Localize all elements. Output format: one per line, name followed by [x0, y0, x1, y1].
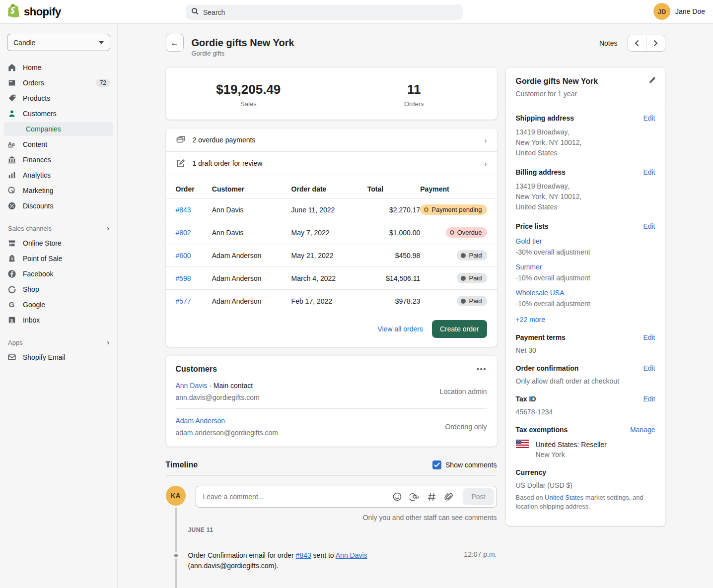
united-states-market-link[interactable]: United States [545, 494, 583, 501]
status-badge: Payment pending [420, 204, 487, 215]
status-badge: Paid [457, 296, 487, 306]
order-link[interactable]: #843 [176, 206, 191, 214]
orders-icon [7, 78, 17, 88]
sidebar-item-home[interactable]: Home [0, 60, 117, 75]
back-button[interactable]: ← [166, 34, 184, 52]
customers-icon [7, 109, 17, 119]
sidebar-item-shop[interactable]: Shop [0, 282, 117, 297]
shop-icon [7, 284, 17, 294]
post-comment-button[interactable]: Post [463, 488, 494, 505]
customer-email: adam.anderson@gordiegifts.com [176, 429, 278, 437]
sidebar-item-inbox[interactable]: S Inbox [0, 313, 117, 327]
sidebar-item-facebook[interactable]: Facebook [0, 266, 117, 281]
sidebar-item-analytics[interactable]: Analytics [0, 168, 117, 183]
notes-button[interactable]: Notes [597, 36, 620, 50]
more-price-lists-link[interactable]: +22 more [516, 316, 546, 324]
sidebar-item-google[interactable]: G Google [0, 297, 117, 312]
view-all-orders-link[interactable]: View all orders [377, 325, 423, 333]
customer-duration: Customer for 1 year [516, 90, 655, 98]
comment-composer: Post [196, 486, 497, 508]
sidebar-item-point-of-sale[interactable]: S Point of Sale [0, 251, 117, 266]
edit-pencil-icon[interactable] [647, 76, 656, 86]
mention-icon[interactable] [410, 492, 420, 502]
show-comments-label: Show comments [445, 461, 497, 469]
status-ring-icon [450, 230, 454, 235]
search-placeholder: Search [203, 8, 225, 16]
order-link[interactable]: #802 [176, 229, 191, 237]
customer-email: ann.davis@gordiegifts.com [176, 393, 260, 401]
comment-input[interactable] [203, 493, 386, 501]
customers-menu-button[interactable]: ••• [477, 365, 487, 373]
status-dot-icon [461, 276, 466, 281]
shipping-address-section: Shipping address Edit 13419 Broadway, Ne… [506, 106, 665, 160]
order-link[interactable]: #600 [176, 252, 191, 260]
order-link[interactable]: #577 [176, 297, 191, 305]
edit-billing-link[interactable]: Edit [643, 168, 655, 176]
edit-tax-id-link[interactable]: Edit [643, 395, 655, 403]
tax-id-section: Tax ID Edit 45678-1234 [506, 387, 665, 418]
edit-payment-terms-link[interactable]: Edit [643, 333, 655, 341]
attachment-icon[interactable] [444, 492, 454, 502]
home-icon [7, 63, 17, 72]
sidebar-item-shopify-email[interactable]: Shopify Email [0, 350, 117, 365]
sidebar-item-discounts[interactable]: Discounts [0, 198, 117, 213]
edit-price-lists-link[interactable]: Edit [643, 222, 655, 230]
draft-order-alert[interactable]: 1 draft order for review › [166, 152, 497, 175]
customer-link[interactable]: Ann Davis [176, 382, 208, 390]
edit-order-confirmation-link[interactable]: Edit [643, 364, 655, 372]
order-link[interactable]: #843 [296, 551, 311, 559]
table-row: #598 Adam Anderson March 4, 2022 $14,506… [166, 267, 497, 290]
list-item: Adam Anderson adam.anderson@gordiegifts.… [176, 409, 487, 444]
hashtag-icon[interactable] [427, 492, 436, 502]
sidebar-item-content[interactable]: Aa Content [0, 137, 117, 152]
sales-value: $19,205.49 [166, 82, 332, 97]
sidebar-item-products[interactable]: Products [0, 91, 117, 106]
sales-channels-header[interactable]: Sales channels › [0, 220, 117, 235]
apps-header[interactable]: Apps › [0, 334, 117, 349]
next-record-button[interactable] [646, 35, 665, 51]
order-link[interactable]: #598 [176, 274, 191, 282]
user-menu[interactable]: JD Jane Doe [653, 3, 705, 20]
sidebar-item-orders[interactable]: Orders 72 [0, 75, 117, 90]
manage-tax-exemptions-link[interactable]: Manage [630, 426, 655, 434]
sidebar-item-marketing[interactable]: Marketing [0, 183, 117, 198]
sidebar-item-online-store[interactable]: Online Store [0, 236, 117, 251]
store-switcher[interactable]: Candle [7, 34, 110, 51]
previous-record-button[interactable] [628, 35, 646, 51]
list-item: Ann Davis · Main contact ann.davis@gordi… [176, 374, 487, 409]
create-order-button[interactable]: Create order [432, 320, 487, 338]
tax-exemptions-section: Tax exemptions Manage United States: Res… [506, 418, 665, 460]
record-pagination [628, 35, 665, 52]
shopify-wordmark: shopify [24, 5, 61, 18]
global-search[interactable]: Search [186, 4, 463, 20]
price-list-link[interactable]: Summer [516, 263, 655, 271]
emoji-icon[interactable] [392, 492, 402, 502]
shopify-logo[interactable]: shopify [0, 3, 61, 20]
draft-order-icon [176, 158, 186, 168]
sidebar-item-finances[interactable]: Finances [0, 152, 117, 167]
price-list-link[interactable]: Wholesale USA [516, 289, 655, 297]
edit-shipping-link[interactable]: Edit [643, 114, 655, 122]
price-list-link[interactable]: Gold tier [516, 237, 655, 245]
sidebar-item-companies[interactable]: Companies [4, 122, 113, 136]
page-title: Gordie gifts New York [192, 34, 294, 52]
customer-link[interactable]: Adam Anderson [176, 417, 225, 425]
customer-link[interactable]: Ann Davis [336, 551, 367, 559]
sidebar-item-customers[interactable]: Customers [0, 106, 117, 121]
inbox-icon: S [7, 315, 17, 325]
products-tag-icon [7, 93, 17, 103]
table-row: #600 Adam Anderson May 21, 2022 $450.98 … [166, 244, 497, 267]
email-envelope-icon [7, 352, 17, 362]
table-row: #843 Ann Davis June 11, 2022 $2,270.17 P… [166, 198, 497, 221]
orders-count-badge: 72 [96, 79, 110, 87]
currency-section: Currency US Dollar (USD $) Based on Unit… [506, 460, 665, 526]
stats-card: $19,205.49 Sales 11 Orders [166, 68, 497, 120]
page-header: ← Gordie gifts New York Gordie gifts Not… [166, 34, 665, 57]
overdue-payments-alert[interactable]: 2 overdue payments › [166, 129, 497, 152]
show-comments-toggle[interactable]: Show comments [432, 460, 497, 469]
customers-title: Customers [176, 365, 217, 374]
svg-text:G: G [9, 301, 14, 309]
payments-icon [176, 135, 186, 145]
chevron-down-icon [99, 41, 104, 44]
marketing-target-icon [7, 186, 17, 196]
